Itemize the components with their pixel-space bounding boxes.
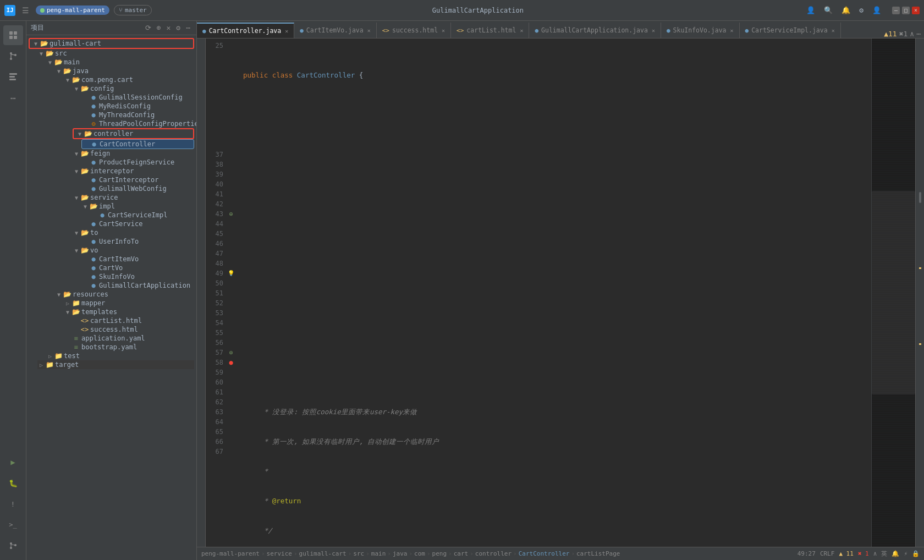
tree-file-gulimallsessionconfig[interactable]: ● GulimallSessionConfig	[81, 93, 194, 102]
java-icon-skuinfovo: ●	[89, 273, 98, 281]
bell-icon[interactable]: 🔔	[839, 5, 853, 15]
sidebar-icon-project[interactable]	[3, 25, 23, 45]
tree-file-userinfoto[interactable]: ● UserInfoTo	[81, 237, 194, 246]
tree-node-templates[interactable]: ▼ 📂 templates	[64, 308, 194, 316]
file-tree-header: 项目 ⟳ ⊕ ✕ ⚙ ⋯	[26, 21, 196, 35]
tree-file-gulimallcartapp[interactable]: ● GulimallCartApplication	[81, 281, 194, 290]
sidebar-icon-terminal[interactable]: >_	[3, 515, 23, 535]
tree-expand-button[interactable]: ⋯	[184, 23, 192, 32]
tree-file-threadpoolconfigprops[interactable]: ⚙ ThreadPoolConfigProperties	[81, 119, 194, 128]
tree-file-gulimallwebconfig[interactable]: ● GulimallWebConfig	[81, 184, 194, 193]
tab-cartitemvo[interactable]: ● CartItemVo.java ✕	[294, 23, 377, 38]
tree-label-to: to	[89, 229, 98, 237]
tree-file-cartinterceptor[interactable]: ● CartInterceptor	[81, 175, 194, 184]
tree-file-cartserviceimpl[interactable]: ● CartServiceImpl	[90, 211, 194, 219]
branch-icon: ⑂	[119, 7, 123, 14]
status-bell-icon[interactable]: 🔔	[892, 550, 899, 557]
tree-file-productfeignservice[interactable]: ● ProductFeignService	[81, 158, 194, 167]
tree-file-mythreadconfig[interactable]: ● MyThreadConfig	[81, 111, 194, 119]
tree-file-success-html[interactable]: <> success.html	[73, 325, 194, 334]
tabs-more-button[interactable]: ⋯	[916, 30, 921, 38]
tree-file-skuinfovo[interactable]: ● SkuInfoVo	[81, 272, 194, 281]
tree-file-application-yaml[interactable]: ≡ application.yaml	[64, 334, 194, 343]
tab-gulimallcartapp[interactable]: ● GulimallCartApplication.java ✕	[529, 23, 661, 38]
tree-file-myredisconfig[interactable]: ● MyRedisConfig	[81, 102, 194, 111]
tree-node-vo[interactable]: ▼ 📂 vo	[73, 246, 194, 255]
sidebar-icon-more[interactable]: ⋯	[3, 88, 23, 108]
close-button[interactable]: ×	[912, 7, 920, 14]
branch-badge[interactable]: ⑂ master	[114, 5, 152, 15]
tree-node-config[interactable]: ▼ 📂 config	[73, 84, 194, 93]
tree-file-cartcontroller[interactable]: ● CartController	[81, 139, 194, 149]
status-bolt-icon[interactable]: ⚡	[904, 550, 908, 557]
tree-label-test: test	[63, 352, 80, 360]
tab-close-skuinfovo[interactable]: ✕	[730, 28, 734, 34]
tree-settings-button[interactable]: ⚙	[174, 23, 182, 32]
tab-success-html[interactable]: <> success.html ✕	[377, 23, 451, 38]
tree-node-main[interactable]: ▼ 📂 main	[46, 58, 194, 67]
code-editor[interactable]: public class CartController { * 没登录: 按照c…	[239, 39, 871, 547]
tab-close-cartcontroller[interactable]: ✕	[285, 28, 288, 34]
hamburger-menu[interactable]: ☰	[20, 5, 31, 16]
tab-cartserviceimpl[interactable]: ● CartServiceImpl.java ✕	[740, 23, 841, 38]
tree-node-test[interactable]: ▷ 📁 test	[46, 352, 194, 360]
avatar-icon[interactable]: 👤	[804, 5, 817, 15]
tree-label-service: service	[89, 194, 118, 201]
tree-file-cartservice[interactable]: ● CartService	[81, 219, 194, 228]
close-tree-button[interactable]: ✕	[165, 23, 173, 32]
tree-file-bootstrap-yaml[interactable]: ≡ bootstrap.yaml	[64, 343, 194, 352]
search-icon[interactable]: 🔍	[822, 5, 835, 15]
settings-icon[interactable]: ⚙	[857, 5, 866, 15]
code-line-blank5	[243, 219, 871, 229]
status-up-arrow[interactable]: ∧	[873, 550, 877, 557]
project-badge[interactable]: peng-mall-parent	[36, 6, 109, 15]
tab-cartcontroller[interactable]: ● CartController.java ✕	[197, 23, 294, 38]
tabs-arrow-up[interactable]: ∧	[910, 30, 914, 38]
tree-node-resources[interactable]: ▼ 📂 resources	[55, 290, 194, 299]
svg-rect-1	[14, 31, 17, 35]
tree-node-mapper[interactable]: ▷ 📁 mapper	[64, 299, 194, 308]
tree-label-impl: impl	[98, 202, 115, 210]
tree-file-cartvo[interactable]: ● CartVo	[81, 263, 194, 272]
sidebar-icon-git[interactable]	[3, 536, 23, 556]
tree-node-controller[interactable]: ▼ 📂 controller	[73, 128, 194, 139]
locate-button[interactable]: ⊕	[155, 23, 163, 32]
tree-node-src[interactable]: ▼ 📂 src	[37, 49, 194, 58]
tab-skuinfovo[interactable]: ● SkuInfoVo.java ✕	[661, 23, 740, 38]
tree-root-gulimall-cart[interactable]: ▼ 📂 gulimall-cart	[29, 38, 194, 49]
sidebar-icon-debug[interactable]: 🐛	[3, 473, 23, 493]
tabs-overflow[interactable]: ▲11 ✖1 ∧ ⋯	[881, 30, 924, 38]
maximize-button[interactable]: □	[902, 7, 910, 14]
tree-node-interceptor[interactable]: ▼ 📂 interceptor	[73, 167, 194, 175]
collapse-all-button[interactable]: ⟳	[144, 23, 153, 32]
tree-node-impl[interactable]: ▼ 📂 impl	[81, 202, 194, 211]
tree-file-cartitemvo[interactable]: ● CartItemVo	[81, 255, 194, 263]
tree-node-java[interactable]: ▼ 📂 java	[55, 67, 194, 75]
tree-node-to[interactable]: ▼ 📂 to	[73, 228, 194, 237]
tree-node-service[interactable]: ▼ 📂 service	[73, 193, 194, 202]
minimize-button[interactable]: —	[892, 7, 900, 14]
tab-close-cartlist-html[interactable]: ✕	[520, 28, 523, 34]
tab-close-success-html[interactable]: ✕	[442, 28, 445, 34]
status-lock-icon[interactable]: 🔒	[912, 550, 920, 557]
java-icon-cartcontroller: ●	[90, 140, 98, 148]
tree-node-target[interactable]: ▷ 📁 target	[37, 360, 194, 369]
java-icon-cartservice: ●	[89, 220, 98, 228]
sidebar-icon-problems[interactable]: !	[3, 494, 23, 514]
tree-node-feign[interactable]: ▼ 📂 feign	[73, 149, 194, 158]
sidebar-icon-vcs[interactable]	[3, 46, 23, 66]
tab-close-cartitemvo[interactable]: ✕	[367, 28, 371, 34]
tree-node-com-peng-cart[interactable]: ▼ 📂 com.peng.cart	[64, 75, 194, 84]
tree-arrow-vo: ▼	[73, 248, 80, 254]
tab-close-gulimallcartapp[interactable]: ✕	[652, 28, 655, 34]
sidebar-icon-structure[interactable]	[3, 67, 23, 87]
tab-close-cartserviceimpl[interactable]: ✕	[832, 28, 835, 34]
sidebar-icon-run[interactable]: ▶	[3, 452, 23, 472]
code-line-39: *	[243, 466, 871, 476]
tree-arrow-main: ▼	[46, 59, 54, 65]
tree-arrow-java: ▼	[55, 68, 63, 74]
user2-icon[interactable]: 👤	[870, 5, 883, 15]
tab-cartlist-html[interactable]: <> cartList.html ✕	[451, 23, 529, 38]
tree-file-cartlist-html[interactable]: <> cartList.html	[73, 316, 194, 325]
main-container: ⋯ ▶ 🐛 ! >_ 项目 ⟳ ⊕ ✕ ⚙ ⋯ ▼ 📂	[0, 21, 924, 560]
